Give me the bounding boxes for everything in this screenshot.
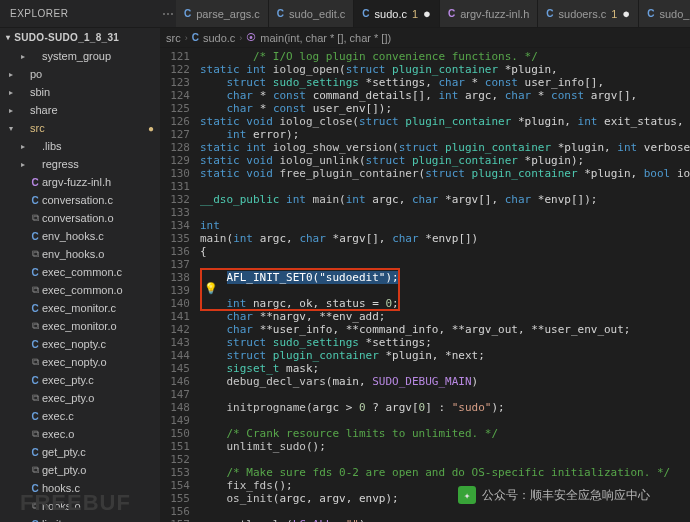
- code-line[interactable]: fix_fds();: [200, 479, 690, 492]
- line-number: 134: [160, 219, 190, 232]
- tree-file[interactable]: ⧉exec_pty.o: [0, 389, 160, 407]
- code-line[interactable]: int error);: [200, 128, 690, 141]
- code-line[interactable]: char * const user_env[]);: [200, 102, 690, 115]
- code-line[interactable]: char * const command_details[], int argc…: [200, 89, 690, 102]
- code-viewport[interactable]: 1211221231241251261271281291301311321331…: [160, 48, 690, 522]
- tree-label: conversation.c: [42, 194, 113, 206]
- editor-tab[interactable]: Cparse_args.c: [176, 0, 269, 27]
- code-line[interactable]: struct sudo_settings *settings, char * c…: [200, 76, 690, 89]
- code-line[interactable]: static void iolog_close(struct plugin_co…: [200, 115, 690, 128]
- tree-folder[interactable]: ▸sbin: [0, 83, 160, 101]
- breadcrumb-part[interactable]: sudo.c: [203, 32, 235, 44]
- editor-tab[interactable]: Csudo_edit.c: [269, 0, 355, 27]
- tree-file[interactable]: Cexec.c: [0, 407, 160, 425]
- tree-file[interactable]: Cexec_pty.c: [0, 371, 160, 389]
- file-icon: C: [28, 303, 42, 314]
- file-icon: C: [28, 195, 42, 206]
- c-file-icon: C: [184, 8, 191, 19]
- breadcrumb-part[interactable]: main(int, char * [], char * []): [260, 32, 391, 44]
- modified-dot-icon: ●: [622, 7, 630, 20]
- tree-folder[interactable]: ▸po: [0, 65, 160, 83]
- code-line[interactable]: char **nargv, **env_add;: [200, 310, 690, 323]
- tree-folder[interactable]: ▸system_group: [0, 47, 160, 65]
- tree-file[interactable]: Cexec_monitor.c: [0, 299, 160, 317]
- code-line[interactable]: [200, 206, 690, 219]
- breadcrumb[interactable]: src › C sudo.c › ⦿ main(int, char * [], …: [160, 28, 690, 48]
- editor-tab[interactable]: Csudoers.c1●: [538, 0, 639, 27]
- tree-folder[interactable]: ▸share: [0, 101, 160, 119]
- code-line[interactable]: /* I/O log plugin convenience functions.…: [200, 50, 690, 63]
- code-line[interactable]: {: [200, 245, 690, 258]
- code-line[interactable]: sigset_t mask;: [200, 362, 690, 375]
- line-number: 127: [160, 128, 190, 141]
- twistie-icon: ▸: [6, 106, 16, 115]
- line-number: 156: [160, 505, 190, 518]
- tree-folder[interactable]: ▸.libs: [0, 137, 160, 155]
- code-line[interactable]: struct sudo_settings *settings;: [200, 336, 690, 349]
- tree-file[interactable]: Cexec_common.c: [0, 263, 160, 281]
- tree-file[interactable]: Cconversation.c: [0, 191, 160, 209]
- tree-file[interactable]: ⧉exec_common.o: [0, 281, 160, 299]
- code-line[interactable]: [200, 258, 690, 271]
- tree-file[interactable]: ⧉hooks.o: [0, 497, 160, 515]
- tab-badge: 1: [412, 8, 418, 20]
- code-line[interactable]: [200, 180, 690, 193]
- tree-label: exec_nopty.o: [42, 356, 107, 368]
- line-number: 121: [160, 50, 190, 63]
- tree-folder[interactable]: ▾src●: [0, 119, 160, 137]
- editor-tab[interactable]: Cargv-fuzz-inl.h: [440, 0, 538, 27]
- code-line[interactable]: int: [200, 219, 690, 232]
- code-line[interactable]: setlocale(LC_ALL, "");: [200, 518, 690, 522]
- code-line[interactable]: /* Make sure fds 0-2 are open and do OS-…: [200, 466, 690, 479]
- explorer-more-icon[interactable]: ⋯: [160, 0, 176, 27]
- code-content[interactable]: /* I/O log plugin convenience functions.…: [200, 48, 690, 522]
- lightbulb-icon[interactable]: 💡: [204, 282, 218, 295]
- tree-file[interactable]: Cexec_nopty.c: [0, 335, 160, 353]
- code-line[interactable]: unlimit_sudo();: [200, 440, 690, 453]
- tree-file[interactable]: ⧉get_pty.o: [0, 461, 160, 479]
- tree-file[interactable]: Climits.c: [0, 515, 160, 522]
- project-header[interactable]: ▾ SUDO-SUDO_1_8_31: [0, 28, 160, 47]
- code-line[interactable]: [200, 505, 690, 518]
- tree-file[interactable]: Cargv-fuzz-inl.h: [0, 173, 160, 191]
- code-line[interactable]: static int iolog_open(struct plugin_cont…: [200, 63, 690, 76]
- code-line[interactable]: [200, 453, 690, 466]
- code-line[interactable]: struct plugin_container *plugin, *next;: [200, 349, 690, 362]
- code-line[interactable]: /* Crank resource limits to unlimited. *…: [200, 427, 690, 440]
- tree-file[interactable]: ⧉conversation.o: [0, 209, 160, 227]
- code-line[interactable]: __dso_public int main(int argc, char *ar…: [200, 193, 690, 206]
- tree-file[interactable]: Cenv_hooks.c: [0, 227, 160, 245]
- tab-label: argv-fuzz-inl.h: [460, 8, 529, 20]
- line-number: 123: [160, 76, 190, 89]
- tree-file[interactable]: ⧉env_hooks.o: [0, 245, 160, 263]
- breadcrumb-part[interactable]: src: [166, 32, 181, 44]
- line-number: 137: [160, 258, 190, 271]
- code-line[interactable]: static void iolog_unlink(struct plugin_c…: [200, 154, 690, 167]
- editor-tab[interactable]: Csudo.c1●: [354, 0, 440, 27]
- editor-tab[interactable]: Csudo_auth.c: [639, 0, 690, 27]
- file-icon: C: [28, 519, 42, 523]
- code-line[interactable]: main(int argc, char *argv[], char *envp[…: [200, 232, 690, 245]
- tab-label: sudo_auth.c: [659, 8, 690, 20]
- code-line[interactable]: char **user_info, **command_info, **argv…: [200, 323, 690, 336]
- file-icon: ⧉: [28, 428, 42, 440]
- tree-file[interactable]: ⧉exec_monitor.o: [0, 317, 160, 335]
- tree-file[interactable]: ⧉exec.o: [0, 425, 160, 443]
- code-line[interactable]: [200, 284, 690, 297]
- tree-file[interactable]: Chooks.c: [0, 479, 160, 497]
- code-line[interactable]: static void free_plugin_container(struct…: [200, 167, 690, 180]
- file-icon: ⧉: [28, 248, 42, 260]
- code-line[interactable]: [200, 414, 690, 427]
- code-line[interactable]: [200, 388, 690, 401]
- code-line[interactable]: AFL_INIT_SET0("sudoedit");: [200, 271, 690, 284]
- code-line[interactable]: static int iolog_show_version(struct plu…: [200, 141, 690, 154]
- code-line[interactable]: os_init(argc, argv, envp);: [200, 492, 690, 505]
- tree-file[interactable]: Cget_pty.c: [0, 443, 160, 461]
- code-line[interactable]: initprogname(argc > 0 ? argv[0] : "sudo"…: [200, 401, 690, 414]
- tree-folder[interactable]: ▸regress: [0, 155, 160, 173]
- line-number: 135: [160, 232, 190, 245]
- tree-file[interactable]: ⧉exec_nopty.o: [0, 353, 160, 371]
- file-icon: C: [28, 411, 42, 422]
- code-line[interactable]: debug_decl_vars(main, SUDO_DEBUG_MAIN): [200, 375, 690, 388]
- code-line[interactable]: int nargc, ok, status = 0;: [200, 297, 690, 310]
